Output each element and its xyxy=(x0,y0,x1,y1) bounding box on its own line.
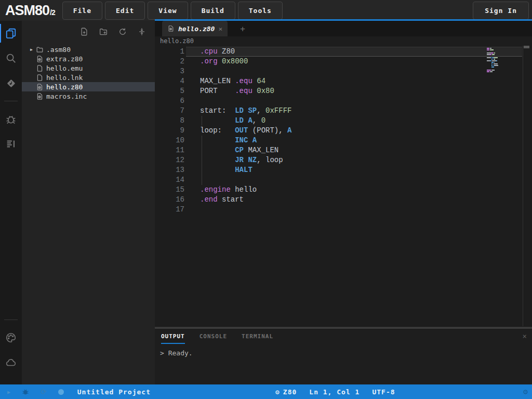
line-number: 11 xyxy=(155,145,186,155)
tree-item-hello.z80[interactable]: hello.z80 xyxy=(22,82,155,91)
code-editor[interactable]: 1.cpu Z802.org 0x800034MAX_LEN .equ 645P… xyxy=(155,46,532,326)
file-tree: ▶.asm80extra.z80hello.emuhello.lnkhello.… xyxy=(22,45,155,101)
menu-edit[interactable]: Edit xyxy=(105,2,145,20)
code-line-10[interactable]: 10 INC A xyxy=(155,136,532,145)
editor-accent-edge xyxy=(155,19,532,21)
code-lines: 1.cpu Z802.org 0x800034MAX_LEN .equ 645P… xyxy=(155,46,532,215)
activity-divider xyxy=(4,320,18,320)
status-center-group: ⚙ Z80 Ln 1, Col 1 UTF-8 xyxy=(275,388,395,396)
code-line-3[interactable]: 3 xyxy=(155,66,532,76)
scrollbar-thumb[interactable] xyxy=(524,46,529,48)
cloud-icon[interactable] xyxy=(0,354,22,371)
minimap-line xyxy=(487,66,502,68)
explorer-icon[interactable] xyxy=(0,25,22,42)
file-icon xyxy=(36,55,44,63)
cpu-icon: ⚙ xyxy=(275,388,280,396)
cursor-position[interactable]: Ln 1, Col 1 xyxy=(309,388,360,396)
theme-palette-icon[interactable] xyxy=(0,329,22,346)
debug-status-icon[interactable] xyxy=(22,388,29,395)
minimap-token xyxy=(492,54,495,55)
search-icon[interactable] xyxy=(0,50,22,66)
sync-icon[interactable]: ⟳ xyxy=(41,388,47,396)
minimap-token xyxy=(494,62,495,63)
explorer-panel: ▶.asm80extra.z80hello.emuhello.lnkhello.… xyxy=(22,21,155,384)
code-line-15[interactable]: 15.engine hello xyxy=(155,185,532,195)
vertical-scrollbar[interactable] xyxy=(523,46,529,326)
panel-tab-console[interactable]: CONSOLE xyxy=(200,329,227,344)
line-number: 8 xyxy=(155,116,186,126)
tree-item-macros.inc[interactable]: macros.inc xyxy=(22,91,155,101)
menu-build[interactable]: Build xyxy=(191,2,235,20)
activity-bar xyxy=(0,21,22,384)
new-folder-icon[interactable] xyxy=(99,27,108,36)
file-name: macros.inc xyxy=(46,92,87,100)
code-line-4[interactable]: 4MAX_LEN .equ 64 xyxy=(155,76,532,86)
menu-view[interactable]: View xyxy=(148,2,188,20)
tree-item-hello.lnk[interactable]: hello.lnk xyxy=(22,73,155,82)
line-content: MAX_LEN .equ 64 xyxy=(186,76,522,86)
panel-tab-terminal[interactable]: TERMINAL xyxy=(242,329,273,344)
minimap-line xyxy=(487,52,502,54)
line-content: .engine hello xyxy=(186,185,522,195)
tree-item-hello.emu[interactable]: hello.emu xyxy=(22,63,155,73)
line-content xyxy=(186,96,522,106)
code-line-9[interactable]: 9loop: OUT (PORT), A xyxy=(155,126,532,136)
code-line-14[interactable]: 14 xyxy=(155,175,532,185)
code-line-17[interactable]: 17 xyxy=(155,205,532,215)
minimap-gap xyxy=(487,62,491,63)
new-file-icon[interactable] xyxy=(79,27,89,36)
collapse-all-icon[interactable] xyxy=(137,27,147,36)
minimap-line xyxy=(487,62,502,63)
minimap-token xyxy=(491,70,495,71)
code-line-7[interactable]: 7start: LD SP, 0xFFFF xyxy=(155,106,532,116)
line-number: 7 xyxy=(155,106,186,116)
breadcrumb[interactable]: hello.z80 xyxy=(155,36,532,46)
panel-close-icon[interactable]: × xyxy=(523,332,527,340)
line-content: CP MAX_LEN xyxy=(186,145,522,155)
output-content: > Ready. xyxy=(155,344,532,384)
project-name[interactable]: Untitled Project xyxy=(77,388,151,396)
sign-in-button[interactable]: Sign In xyxy=(473,2,529,20)
minimap-token xyxy=(495,59,495,60)
editor-tab-bar: hello.z80 × + xyxy=(155,21,532,36)
code-line-6[interactable]: 6 xyxy=(155,96,532,106)
minimap[interactable] xyxy=(487,48,502,74)
code-line-13[interactable]: 13 HALT xyxy=(155,165,532,175)
tab-close-icon[interactable]: × xyxy=(218,25,222,33)
caret-collapsed-icon[interactable]: ▶ xyxy=(30,47,36,52)
panel-tab-output[interactable]: OUTPUT xyxy=(161,329,185,344)
tree-item-extra.z80[interactable]: extra.z80 xyxy=(22,54,155,63)
status-bar: ▶ ⟳ Untitled Project ⚙ Z80 Ln 1, Col 1 U… xyxy=(0,384,532,399)
code-line-8[interactable]: 8 LD A, 0 xyxy=(155,116,532,126)
code-line-2[interactable]: 2.org 0x8000 xyxy=(155,57,532,66)
status-dot[interactable] xyxy=(58,389,64,395)
code-line-1[interactable]: 1.cpu Z80 xyxy=(155,47,532,57)
run-icon[interactable]: ▶ xyxy=(7,389,10,395)
new-tab-button[interactable]: + xyxy=(240,24,245,34)
refresh-icon[interactable] xyxy=(118,27,127,36)
debug-icon[interactable] xyxy=(0,111,22,127)
file-name: hello.z80 xyxy=(46,83,83,91)
line-number: 9 xyxy=(155,126,186,136)
menu-tools[interactable]: Tools xyxy=(238,2,283,20)
tree-item-.asm80[interactable]: ▶.asm80 xyxy=(22,45,155,54)
minimap-token xyxy=(487,70,491,71)
code-line-12[interactable]: 12 JR NZ, loop xyxy=(155,155,532,165)
code-line-11[interactable]: 11 CP MAX_LEN xyxy=(155,145,532,155)
line-content: JR NZ, loop xyxy=(186,155,522,165)
modules-icon[interactable] xyxy=(0,75,22,91)
tab-hello-z80[interactable]: hello.z80 × xyxy=(162,21,228,36)
code-line-5[interactable]: 5PORT .equ 0x80 xyxy=(155,86,532,96)
listing-icon[interactable] xyxy=(0,136,22,152)
minimap-line xyxy=(487,48,502,49)
menu-file[interactable]: File xyxy=(62,2,102,20)
code-line-16[interactable]: 16.end start xyxy=(155,195,532,205)
line-number: 14 xyxy=(155,175,186,185)
encoding-indicator[interactable]: UTF-8 xyxy=(372,388,395,396)
line-number: 5 xyxy=(155,86,186,96)
line-content: loop: OUT (PORT), A xyxy=(186,126,522,136)
language-indicator[interactable]: ⚙ Z80 xyxy=(275,388,297,396)
line-number: 4 xyxy=(155,76,186,86)
minimap-token xyxy=(491,66,494,68)
settings-gear-icon[interactable]: ⚙ xyxy=(523,387,528,396)
